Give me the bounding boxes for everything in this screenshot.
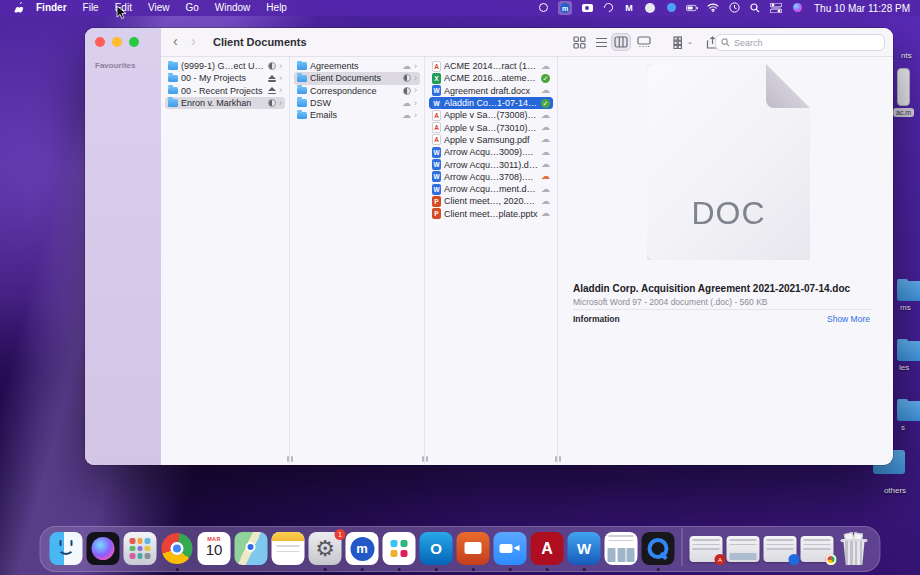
file-row[interactable]: WArrow Acqu…3708).docx☁ [429, 171, 553, 183]
camera-icon[interactable] [581, 2, 593, 14]
dock-notes-icon[interactable] [272, 532, 305, 565]
doc-file-preview-icon[interactable]: DOC [647, 64, 810, 260]
file-row[interactable]: WArrow Acqu…ment.docx☁ [429, 183, 553, 195]
folder-row[interactable]: DSW☁› [294, 97, 420, 109]
github-icon[interactable] [644, 2, 656, 15]
folder-row[interactable]: 00 - Recent Projects› [165, 85, 285, 97]
running-indicator [582, 568, 586, 572]
siri-color-icon[interactable] [791, 2, 803, 15]
dock-finder-icon[interactable] [50, 532, 83, 565]
icons-view-icon[interactable] [569, 33, 589, 51]
menu-item-help[interactable]: Help [258, 2, 295, 13]
folder-row[interactable]: (9999-1) G…ect Unicorn› [165, 60, 285, 72]
file-row[interactable]: AApple v Sa…(73008).pdf☁ [429, 109, 553, 121]
dock: MAR10⚙1mOAWA [40, 526, 881, 572]
control-center-icon[interactable] [770, 2, 782, 15]
dock-minimized-window[interactable]: A [690, 536, 723, 562]
zoom-button[interactable] [129, 37, 139, 47]
column-resize-handle[interactable] [421, 456, 429, 462]
dock-trash-icon[interactable] [838, 532, 871, 565]
forward-button[interactable]: › [191, 33, 196, 49]
dock-minimized-window[interactable] [727, 536, 760, 562]
dock-siri-icon[interactable] [87, 532, 120, 565]
file-row[interactable]: WArrow Acqu…3009).docx☁ [429, 146, 553, 158]
desktop-folder-label[interactable]: s [901, 423, 905, 432]
dock-mattermost-icon[interactable]: m [346, 532, 379, 565]
dock-zoom-icon[interactable] [494, 532, 527, 565]
menu-item-file[interactable]: File [75, 2, 107, 13]
group-icon[interactable]: ⌄ [673, 33, 693, 51]
dock-word-icon[interactable]: W [568, 532, 601, 565]
blue-dot-icon[interactable] [665, 2, 677, 15]
menu-item-view[interactable]: View [140, 2, 178, 13]
menu-item-go[interactable]: Go [177, 2, 206, 13]
menu-item-finder[interactable]: Finder [28, 2, 75, 13]
column-resize-handle[interactable] [554, 456, 562, 462]
apple-logo-icon[interactable] [10, 2, 28, 14]
file-row[interactable]: AACME 2014…ract (1).pdf☁ [429, 60, 553, 72]
gallery-view-icon[interactable] [634, 33, 654, 51]
menu-bar-clock[interactable]: Thu 10 Mar 11:28 PM [814, 3, 910, 14]
dock-launchpad-icon[interactable] [124, 532, 157, 565]
file-row[interactable]: XACME 2016…atement.xls✓ [429, 72, 553, 84]
desktop-folder-icon[interactable] [897, 341, 920, 361]
file-row[interactable]: WAladdin Co…1-07-14.doc✓ [429, 97, 553, 109]
column-resize-handle[interactable] [286, 456, 294, 462]
show-more-link[interactable]: Show More [827, 314, 870, 324]
desktop-item-label[interactable]: ac.m [893, 108, 914, 117]
m-colored-icon[interactable]: M [623, 2, 635, 14]
folder-row[interactable]: Correspondence› [294, 85, 420, 97]
sync-progress-icon [403, 74, 411, 82]
dock-acrobat-icon[interactable]: A [531, 532, 564, 565]
wifi-icon[interactable] [707, 2, 719, 15]
desktop-device-icon[interactable] [897, 68, 910, 106]
running-indicator [545, 568, 549, 572]
menu-bar-status: mM Thu 10 Mar 11:28 PM [537, 1, 910, 15]
dock-settings-icon[interactable]: ⚙1 [309, 532, 342, 565]
back-button[interactable]: ‹ [173, 33, 178, 49]
dock-slack-icon[interactable] [383, 532, 416, 565]
desktop-folder-label[interactable]: others [872, 486, 918, 495]
file-row[interactable]: PClient meet…, 2020.pptx☁ [429, 195, 553, 207]
folder-row[interactable]: Agreements☁› [294, 60, 420, 72]
close-button[interactable] [95, 37, 105, 47]
information-label: Information [573, 314, 620, 324]
dock-minimized-window[interactable] [801, 536, 834, 562]
search-icon[interactable] [749, 2, 761, 15]
minimize-button[interactable] [112, 37, 122, 47]
record-icon[interactable] [537, 2, 549, 15]
mattermost-icon[interactable]: m [558, 1, 572, 15]
search-field[interactable] [715, 34, 885, 51]
battery-icon[interactable] [686, 2, 698, 14]
time-circle-icon[interactable] [728, 1, 740, 15]
search-input[interactable] [734, 38, 864, 48]
folder-row[interactable]: Emails☁› [294, 109, 420, 121]
file-row[interactable]: WAgreement draft.docx☁ [429, 85, 553, 97]
spiral-icon[interactable] [602, 2, 614, 15]
folder-row[interactable]: Enron v. Markhan› [165, 97, 285, 109]
desktop-folder-icon[interactable] [897, 401, 920, 421]
list-view-icon[interactable] [591, 33, 611, 51]
dock-outlook-icon[interactable]: O [420, 532, 453, 565]
desktop-item-label[interactable]: nts [901, 51, 912, 60]
dock-remote-desktop-icon[interactable] [457, 532, 490, 565]
file-row[interactable]: PClient meet…plate.pptx☁ [429, 208, 553, 220]
dock-maps-icon[interactable] [235, 532, 268, 565]
file-row[interactable]: AApple v Sa…(73010).pdf☁ [429, 121, 553, 133]
menu-item-window[interactable]: Window [207, 2, 259, 13]
file-row[interactable]: AApple v Samsung.pdf☁ [429, 134, 553, 146]
desktop-folder-label[interactable]: les [899, 363, 909, 372]
folder-row[interactable]: 00 - My Projects› [165, 72, 285, 84]
dock-photos-icon[interactable] [605, 532, 638, 565]
columns-view-icon[interactable] [611, 33, 631, 51]
icloud-status-icon: ☁ [541, 197, 550, 206]
dock-chrome-icon[interactable] [161, 532, 194, 565]
doc-badge: DOC [647, 195, 810, 232]
dock-minimized-window[interactable] [764, 536, 797, 562]
dock-quicktime-icon[interactable] [642, 532, 675, 565]
file-row[interactable]: WArrow Acqu…3011).docx☁ [429, 158, 553, 170]
desktop-folder-label[interactable]: ms [900, 303, 911, 312]
desktop-folder-icon[interactable] [897, 281, 920, 301]
dock-calendar-icon[interactable]: MAR10 [198, 532, 231, 565]
folder-row[interactable]: Client Documents› [294, 72, 420, 84]
